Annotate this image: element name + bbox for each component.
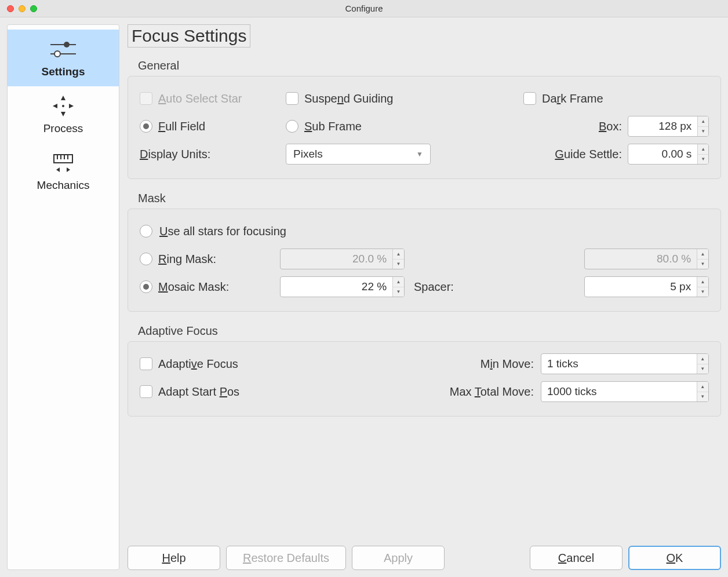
svg-marker-5 [61, 112, 65, 116]
group-label-general: General [138, 59, 721, 72]
group-general: Auto Select Star Suspend Guiding Dark Fr… [128, 76, 721, 179]
display-units-select[interactable]: Pixels ▼ [286, 144, 431, 165]
move-arrows-icon [47, 93, 79, 119]
svg-marker-15 [67, 167, 70, 172]
minimize-icon[interactable] [19, 5, 26, 12]
ruler-icon [47, 150, 79, 176]
suspend-guiding-label: Suspend Guiding [304, 92, 393, 105]
cancel-button[interactable]: Cancel [530, 546, 623, 570]
sidebar-item-label: Process [43, 122, 83, 134]
min-move-value[interactable] [541, 354, 697, 374]
adaptive-focus-label: Adaptive Focus [158, 357, 238, 371]
spin-down-icon[interactable]: ▼ [697, 392, 708, 402]
spin-down-icon: ▼ [393, 260, 404, 269]
suspend-guiding-checkbox[interactable] [286, 92, 299, 105]
restore-defaults-button[interactable]: Restore Defaults [226, 546, 346, 570]
svg-marker-7 [69, 104, 74, 108]
guide-settle-value[interactable] [628, 144, 697, 164]
help-button[interactable]: Help [128, 546, 220, 570]
group-adaptive: Adaptive Focus Min Move: ▲ ▼ [128, 341, 721, 417]
sub-frame-radio[interactable] [286, 120, 299, 133]
sidebar-item-mechanics[interactable]: Mechanics [8, 143, 119, 200]
sidebar-item-label: Settings [42, 65, 85, 78]
close-icon[interactable] [7, 5, 14, 12]
min-move-label: Min Move: [418, 357, 534, 371]
sliders-icon [47, 36, 79, 62]
chevron-down-icon: ▼ [416, 150, 423, 158]
spin-down-icon[interactable]: ▼ [698, 155, 708, 165]
auto-select-star-checkbox [140, 92, 152, 105]
box-spinbox[interactable]: ▲ ▼ [628, 116, 709, 137]
main-panel: Focus Settings General Auto Select Star … [128, 24, 721, 570]
sub-frame-label: Sub Frame [304, 120, 362, 133]
mosaic-mask-radio[interactable] [140, 280, 152, 293]
svg-marker-6 [53, 104, 57, 108]
sidebar-item-label: Mechanics [37, 179, 90, 191]
spin-up-icon[interactable]: ▲ [698, 144, 708, 155]
mosaic-mask-label: Mosaic Mask: [158, 280, 229, 294]
spacer-label: Spacer: [414, 280, 454, 294]
sidebar-item-process[interactable]: Process [8, 86, 119, 143]
svg-point-3 [54, 51, 60, 57]
dark-frame-label: Dark Frame [542, 92, 603, 105]
svg-marker-14 [56, 167, 60, 172]
svg-rect-9 [54, 155, 72, 163]
spacer-spinbox[interactable]: ▲ ▼ [584, 276, 709, 297]
auto-select-star-label: Auto Select Star [158, 92, 242, 105]
ring-mask-label: Ring Mask: [158, 253, 216, 266]
spin-up-icon[interactable]: ▲ [393, 277, 404, 287]
sidebar-item-settings[interactable]: Settings [8, 30, 119, 86]
button-row: Help Restore Defaults Apply Cancel OK [128, 540, 721, 570]
ring-inner-spinbox: ▲ ▼ [280, 249, 405, 269]
group-label-mask: Mask [138, 192, 721, 205]
mosaic-value[interactable] [281, 277, 392, 297]
ring-outer-spinbox: ▲ ▼ [584, 249, 709, 269]
min-move-spinbox[interactable]: ▲ ▼ [541, 353, 709, 374]
titlebar: Configure [0, 0, 728, 17]
window-title: Configure [0, 3, 728, 13]
spin-down-icon[interactable]: ▼ [698, 127, 708, 137]
traffic-lights [0, 5, 37, 12]
spin-down-icon: ▼ [697, 260, 708, 269]
maximize-icon[interactable] [30, 5, 37, 12]
page-title: Focus Settings [128, 24, 250, 48]
ring-inner-value [281, 249, 392, 269]
ring-outer-value [585, 249, 697, 269]
use-all-stars-label: Use all stars for focusing [159, 225, 286, 238]
adapt-start-pos-label: Adapt Start Pos [158, 385, 239, 399]
box-label: Box: [599, 120, 622, 133]
ring-mask-radio[interactable] [140, 253, 152, 265]
spin-up-icon[interactable]: ▲ [697, 354, 708, 364]
spin-down-icon[interactable]: ▼ [697, 364, 708, 374]
spin-up-icon[interactable]: ▲ [698, 116, 708, 127]
apply-button[interactable]: Apply [352, 546, 445, 570]
full-field-label: Full Field [158, 120, 205, 133]
group-mask: Use all stars for focusing Ring Mask: ▲ … [128, 209, 721, 312]
svg-marker-4 [61, 96, 65, 100]
spin-up-icon: ▲ [697, 249, 708, 260]
ok-button[interactable]: OK [628, 546, 721, 570]
full-field-radio[interactable] [140, 120, 152, 133]
use-all-stars-radio[interactable] [140, 225, 152, 238]
max-total-label: Max Total Move: [418, 385, 534, 399]
spin-up-icon: ▲ [393, 249, 404, 260]
guide-settle-spinbox[interactable]: ▲ ▼ [628, 144, 709, 165]
dark-frame-checkbox[interactable] [523, 92, 536, 105]
display-units-value: Pixels [293, 148, 323, 160]
spin-down-icon[interactable]: ▼ [697, 287, 708, 297]
mosaic-spinbox[interactable]: ▲ ▼ [280, 276, 405, 297]
configure-window: Configure Settings [0, 0, 728, 577]
adapt-start-pos-checkbox[interactable] [140, 385, 152, 398]
group-label-adaptive: Adaptive Focus [138, 324, 721, 338]
max-total-spinbox[interactable]: ▲ ▼ [541, 381, 709, 402]
spin-down-icon[interactable]: ▼ [393, 287, 404, 297]
spin-up-icon[interactable]: ▲ [697, 382, 708, 392]
box-value[interactable] [628, 116, 697, 136]
svg-point-8 [62, 105, 64, 107]
adaptive-focus-checkbox[interactable] [140, 357, 152, 370]
spacer-value[interactable] [585, 277, 697, 297]
spin-up-icon[interactable]: ▲ [697, 277, 708, 287]
display-units-label: Display Units: [140, 148, 210, 161]
max-total-value[interactable] [541, 382, 697, 401]
svg-point-1 [64, 42, 70, 48]
